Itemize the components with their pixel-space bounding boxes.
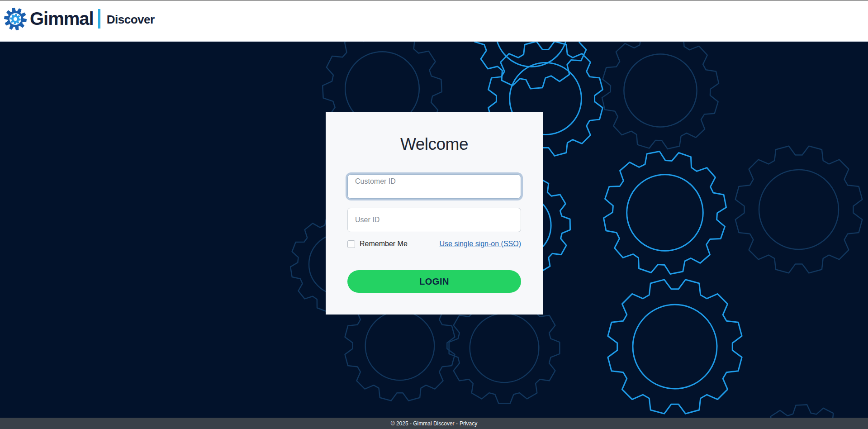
login-card: Welcome Remember Me Use single sign-on (… [326,112,543,315]
customer-id-input[interactable] [347,174,521,199]
sso-link[interactable]: Use single sign-on (SSO) [439,240,521,248]
copyright-text: © 2025 - Gimmal Discover - [391,420,458,427]
options-row: Remember Me Use single sign-on (SSO) [347,239,521,248]
gimmal-logo: Gimmal Discover [4,7,155,31]
gimmal-gear-icon [4,7,27,31]
remember-me-label[interactable]: Remember Me [360,240,408,248]
product-name: Discover [107,11,155,27]
login-button[interactable]: LOGIN [347,270,521,293]
user-id-input[interactable] [347,208,521,232]
welcome-title: Welcome [347,132,521,156]
footer: © 2025 - Gimmal Discover - Privacy [0,418,868,429]
brand-divider [98,9,100,29]
background: Welcome Remember Me Use single sign-on (… [0,42,868,418]
privacy-link[interactable]: Privacy [460,420,477,427]
app-header: Gimmal Discover [0,0,868,42]
remember-me-checkbox[interactable] [347,240,355,248]
brand-name: Gimmal [30,9,94,29]
